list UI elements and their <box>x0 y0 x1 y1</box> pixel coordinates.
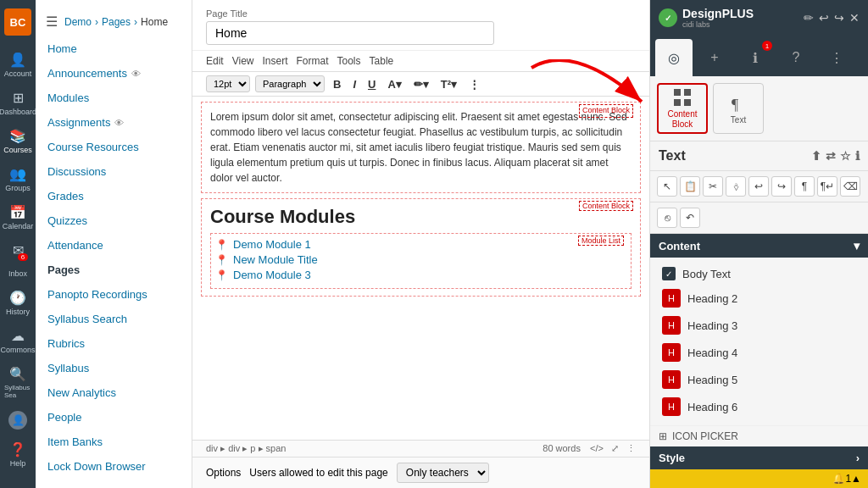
nav-syllabus-search[interactable]: Syllabus Search <box>36 307 192 331</box>
nav-lockdown[interactable]: Lock Down Browser <box>36 454 192 479</box>
nav-quizzes[interactable]: Quizzes <box>36 208 192 233</box>
undo-icon[interactable]: ↩ <box>819 11 829 25</box>
clear-btn[interactable]: ⎋ <box>657 208 677 228</box>
more-button[interactable]: ⋮ <box>465 77 483 92</box>
editors-label: Users allowed to edit this page <box>249 467 387 479</box>
module-item-1[interactable]: Demo Module 1 <box>215 238 626 251</box>
menu-tools[interactable]: Tools <box>337 55 361 67</box>
content-item-heading-3[interactable]: H Heading 3 <box>657 312 861 339</box>
sidebar-item-history[interactable]: 🕐 History <box>3 286 33 320</box>
font-size-select[interactable]: 12pt <box>206 75 250 92</box>
menu-table[interactable]: Table <box>370 55 394 67</box>
sidebar-item-inbox[interactable]: ✉ 6 Inbox <box>3 238 33 282</box>
module-item-3[interactable]: Demo Module 3 <box>215 269 626 281</box>
nav-grades[interactable]: Grades <box>36 184 192 208</box>
up-icon[interactable]: ▲ <box>851 473 861 485</box>
bc-logo[interactable]: BC <box>4 8 31 36</box>
paragraph-select[interactable]: Paragraph <box>255 75 325 92</box>
menu-insert[interactable]: Insert <box>262 55 287 67</box>
style-toggle[interactable]: › <box>856 452 860 464</box>
content-block-label-1: Content Block <box>579 104 633 118</box>
sidebar-item-help[interactable]: ❓ Help <box>3 437 33 472</box>
info-icon[interactable]: ℹ <box>855 149 860 163</box>
nav-people[interactable]: People <box>36 405 192 430</box>
cut-btn[interactable]: ✂ <box>703 176 723 197</box>
content-block-button[interactable]: ContentBlock <box>657 83 708 134</box>
upload-icon[interactable]: ⬆ <box>811 149 821 163</box>
nav-new-analytics[interactable]: New Analytics <box>36 380 192 405</box>
delete-btn[interactable]: ⌫ <box>840 176 860 197</box>
nav-modules[interactable]: Modules <box>36 86 192 110</box>
editors-select[interactable]: Only teachers <box>397 463 489 483</box>
sidebar-item-syllabus-search[interactable]: 🔍 Syllabus Sea <box>3 362 33 403</box>
content-section-header: Content ▾ <box>650 234 868 258</box>
nav-announcements[interactable]: Announcements 👁 <box>36 61 192 86</box>
redo-icon[interactable]: ↪ <box>834 11 844 25</box>
expand-icon[interactable]: ⤢ <box>611 443 619 453</box>
nav-attendance[interactable]: Attendance <box>36 233 192 258</box>
format-btn-2[interactable]: ¶↵ <box>817 176 837 197</box>
star-icon[interactable]: ☆ <box>840 149 851 163</box>
nav-panopto[interactable]: Panopto Recordings <box>36 282 192 307</box>
user-avatar-item[interactable]: 👤 <box>3 407 33 434</box>
code-icon[interactable]: </> <box>590 443 604 453</box>
icon-picker-row[interactable]: ⊞ ICON PICKER <box>650 425 868 446</box>
content-section-label: Content <box>659 240 700 252</box>
nav-pages[interactable]: Pages <box>36 258 192 282</box>
nav-syllabus[interactable]: Syllabus <box>36 356 192 380</box>
sidebar-item-dashboard[interactable]: ⊞ Dashboard <box>3 86 33 120</box>
edit-icon[interactable]: ✏ <box>804 11 814 25</box>
italic-button[interactable]: I <box>349 77 359 92</box>
highlight-button[interactable]: ✏▾ <box>410 77 432 92</box>
swap-icon[interactable]: ⇄ <box>826 149 836 163</box>
paste-btn[interactable]: ⎀ <box>726 176 746 197</box>
sidebar-item-account[interactable]: 👤 Account <box>3 47 33 82</box>
menu-format[interactable]: Format <box>297 55 329 67</box>
content-item-body-text[interactable]: ✓ Body Text <box>657 263 861 285</box>
tab-eye[interactable]: ◎ <box>655 39 693 76</box>
undo-tb-btn[interactable]: ↩ <box>748 176 769 197</box>
content-item-heading-2[interactable]: H Heading 2 <box>657 285 861 312</box>
bold-button[interactable]: B <box>330 77 344 92</box>
cursor-btn[interactable]: ↖ <box>657 176 677 197</box>
design-panel-title: DesignPLUS <box>682 7 798 20</box>
content-item-heading-6[interactable]: H Heading 6 <box>657 393 861 420</box>
nav-assignments[interactable]: Assignments 👁 <box>36 110 192 135</box>
menu-view[interactable]: View <box>232 55 254 67</box>
tab-info[interactable]: ℹ 1 <box>737 39 774 76</box>
content-toggle[interactable]: ▾ <box>854 239 860 252</box>
nav-item-banks[interactable]: Item Banks <box>36 430 192 454</box>
sidebar-item-calendar[interactable]: 📅 Calendar <box>3 200 33 235</box>
copy-btn[interactable]: 📋 <box>680 176 700 197</box>
superscript-button[interactable]: T²▾ <box>437 77 460 92</box>
options-icon[interactable]: ⋮ <box>626 443 636 453</box>
tab-help[interactable]: ? <box>777 39 815 76</box>
menu-edit[interactable]: Edit <box>206 55 224 67</box>
para-icon-btn[interactable]: ¶ <box>794 176 815 197</box>
page-title-input[interactable] <box>206 21 494 45</box>
content-region-1[interactable]: Content Block Lorem ipsum dolor sit amet… <box>201 102 641 193</box>
content-item-heading-5[interactable]: H Heading 5 <box>657 366 861 393</box>
redo-tb-btn[interactable]: ↪ <box>771 176 792 197</box>
sidebar-item-courses[interactable]: 📚 Courses <box>3 124 33 158</box>
font-color-button[interactable]: A▾ <box>384 77 404 92</box>
module-item-2[interactable]: New Module Title <box>215 253 626 266</box>
close-icon[interactable]: ✕ <box>849 11 860 25</box>
hamburger-icon[interactable]: ☰ <box>46 14 58 30</box>
underline-button[interactable]: U <box>364 77 379 92</box>
breadcrumb-demo[interactable]: Demo <box>64 16 92 28</box>
tab-more[interactable]: ⋮ <box>818 39 855 76</box>
nav-course-resources[interactable]: Course Resources <box>36 135 192 159</box>
content-item-heading-4[interactable]: H Heading 4 <box>657 339 861 366</box>
breadcrumb-pages[interactable]: Pages <box>102 16 131 28</box>
refresh-btn[interactable]: ↶ <box>680 208 700 228</box>
nav-home[interactable]: Home <box>36 36 192 61</box>
body-text-checkbox[interactable]: ✓ <box>662 267 676 280</box>
tab-add[interactable]: + <box>696 39 733 76</box>
modules-region[interactable]: Content Block Course Modules Module List… <box>201 198 641 297</box>
sidebar-item-groups[interactable]: 👥 Groups <box>3 162 33 197</box>
text-button[interactable]: ¶ Text <box>713 83 764 134</box>
nav-discussions[interactable]: Discussions <box>36 159 192 184</box>
nav-rubrics[interactable]: Rubrics <box>36 331 192 356</box>
sidebar-item-commons[interactable]: ☁ Commons <box>3 324 33 358</box>
